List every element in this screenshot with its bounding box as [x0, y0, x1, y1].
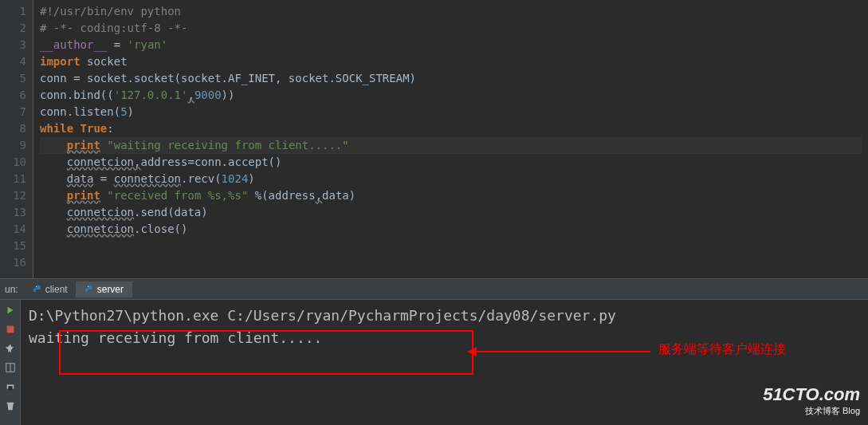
- line-number: 12: [3, 187, 26, 204]
- line-number: 6: [3, 87, 26, 104]
- run-tab-client[interactable]: client: [25, 281, 77, 297]
- arrow-annotation: [475, 351, 650, 352]
- code-line[interactable]: conn.listen(5): [40, 104, 862, 120]
- rerun-icon[interactable]: [3, 303, 18, 317]
- code-line[interactable]: while True:: [40, 120, 862, 137]
- svg-point-1: [88, 285, 88, 286]
- code-line[interactable]: # -*- coding:utf-8 -*-: [40, 20, 862, 37]
- code-line[interactable]: [40, 238, 862, 254]
- python-icon: [84, 285, 94, 294]
- line-number: 3: [3, 37, 26, 53]
- console-toolbar: [0, 300, 21, 425]
- tab-label: client: [45, 284, 68, 295]
- svg-rect-6: [8, 386, 12, 390]
- line-number: 2: [3, 20, 26, 37]
- console-body: D:\Python27\python.exe C:/Users/ryan/Pyc…: [0, 300, 868, 425]
- line-number: 7: [3, 104, 26, 120]
- line-number: 11: [3, 171, 26, 187]
- code-line[interactable]: #!/usr/bin/env python: [40, 3, 862, 20]
- print-icon[interactable]: [3, 380, 18, 394]
- run-tab-server[interactable]: server: [77, 281, 132, 297]
- pin-icon[interactable]: [3, 341, 18, 356]
- line-number: 16: [3, 254, 26, 271]
- line-number: 1: [3, 3, 26, 20]
- line-number: 13: [3, 204, 26, 221]
- code-line[interactable]: print "received from %s,%s" %(address,da…: [40, 187, 862, 204]
- code-line[interactable]: connetcion.close(): [40, 221, 862, 238]
- run-panel: un: clientserver D:\Python27\python.exe …: [0, 279, 868, 425]
- code-line[interactable]: data = connetcion.recv(1024): [40, 171, 862, 187]
- line-number: 5: [3, 70, 26, 87]
- code-line[interactable]: print "waiting receiving from client....…: [40, 137, 862, 154]
- line-number: 8: [3, 120, 26, 137]
- code-line[interactable]: connetcion.send(data): [40, 204, 862, 221]
- console-output[interactable]: D:\Python27\python.exe C:/Users/ryan/Pyc…: [21, 300, 868, 425]
- trash-icon[interactable]: [3, 399, 18, 413]
- tab-label: server: [97, 284, 124, 295]
- run-label: un:: [5, 284, 18, 295]
- line-number: 14: [3, 221, 26, 238]
- line-number: 4: [3, 53, 26, 70]
- svg-point-0: [36, 285, 37, 286]
- stop-icon[interactable]: [3, 322, 18, 336]
- code-line[interactable]: import socket: [40, 53, 862, 70]
- editor-area: 12345678910111213141516 #!/usr/bin/env p…: [0, 0, 868, 279]
- python-icon: [33, 285, 42, 294]
- watermark-main: 51CTO.com: [763, 384, 860, 405]
- run-tab-bar: un: clientserver: [0, 279, 868, 300]
- watermark-sub: 技术博客 Blog: [763, 405, 860, 417]
- layout-icon[interactable]: [3, 360, 18, 375]
- code-line[interactable]: [40, 254, 862, 271]
- line-number: 9: [3, 137, 26, 154]
- code-editor[interactable]: #!/usr/bin/env python# -*- coding:utf-8 …: [33, 0, 868, 278]
- line-number: 15: [3, 238, 26, 254]
- code-line[interactable]: conn = socket.socket(socket.AF_INET, soc…: [40, 70, 862, 87]
- annotation-text: 服务端等待客户端连接: [658, 341, 786, 358]
- line-gutter: 12345678910111213141516: [0, 0, 33, 278]
- code-line[interactable]: __author__ = 'ryan': [40, 37, 862, 53]
- line-number: 10: [3, 154, 26, 171]
- console-command: D:\Python27\python.exe C:/Users/ryan/Pyc…: [29, 305, 860, 327]
- svg-rect-2: [6, 326, 14, 333]
- watermark: 51CTO.com 技术博客 Blog: [763, 384, 860, 417]
- code-line[interactable]: connetcion,address=conn.accept(): [40, 154, 862, 171]
- code-line[interactable]: conn.bind(('127.0.0.1',9000)): [40, 87, 862, 104]
